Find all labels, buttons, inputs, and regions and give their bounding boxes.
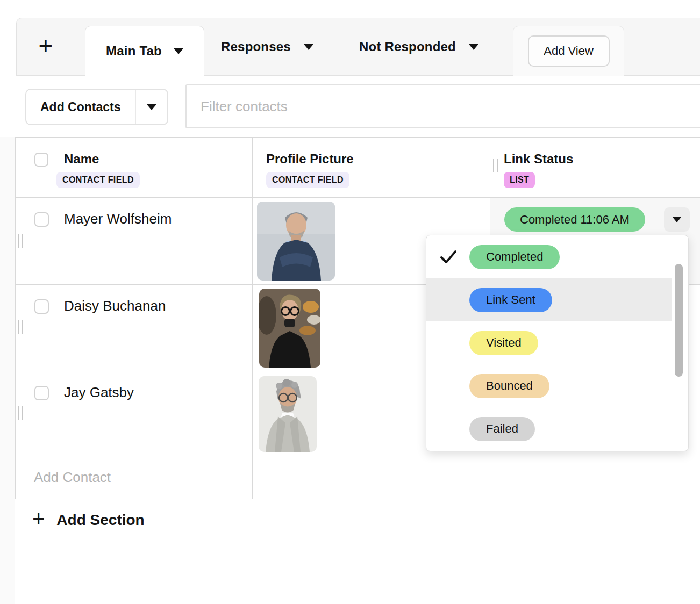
add-contacts-dropdown-button[interactable]: [136, 90, 167, 124]
status-badge: Completed: [469, 245, 560, 269]
status-option-failed[interactable]: Failed: [426, 407, 688, 450]
tab-responses-label: Responses: [221, 39, 291, 54]
contact-name[interactable]: Mayer Wolfsheim: [64, 211, 172, 227]
row-checkbox[interactable]: [34, 386, 49, 400]
add-contacts-split-button: Add Contacts: [25, 89, 168, 125]
column-header-link-status[interactable]: Link Status: [504, 152, 573, 167]
left-gutter: [0, 137, 15, 604]
add-section-button[interactable]: + Add Section: [15, 499, 700, 542]
select-all-checkbox[interactable]: [34, 153, 48, 167]
row-checkbox[interactable]: [34, 212, 49, 227]
status-option-bounced[interactable]: Bounced: [426, 364, 688, 407]
column-header-profile-picture[interactable]: Profile Picture: [266, 152, 354, 167]
add-contact-row[interactable]: Add Contact: [16, 456, 700, 499]
column-header-name[interactable]: Name: [64, 152, 99, 167]
plus-icon: +: [39, 33, 53, 58]
status-badge: Link Sent: [469, 288, 552, 312]
row-checkbox[interactable]: [34, 299, 49, 314]
add-tab-button[interactable]: +: [17, 18, 75, 75]
tab-not-responded-label: Not Responded: [359, 39, 456, 54]
status-badge: Bounced: [469, 374, 549, 398]
chevron-down-icon: [673, 217, 681, 222]
row-drag-handle-icon[interactable]: [18, 406, 23, 420]
status-badge[interactable]: Completed 11:06 AM: [504, 207, 645, 232]
chevron-down-icon[interactable]: [304, 44, 313, 50]
chevron-down-icon[interactable]: [469, 44, 478, 50]
tab-strip: + Main Tab Responses Not Responded Add V…: [16, 18, 700, 76]
status-badge: Failed: [469, 417, 535, 441]
add-view-container: Add View: [513, 26, 624, 76]
profile-photo[interactable]: [257, 202, 335, 281]
drag-handle-icon[interactable]: [493, 159, 498, 172]
check-icon: [439, 248, 458, 268]
contacts-table-page: + Main Tab Responses Not Responded Add V…: [0, 0, 700, 604]
tab-main-tab[interactable]: Main Tab: [85, 26, 204, 76]
status-dropdown-menu: Completed Link Sent Visited Bounced Fail…: [426, 235, 689, 451]
add-view-button[interactable]: Add View: [528, 35, 610, 67]
status-option-link-sent[interactable]: Link Sent: [426, 278, 672, 321]
column-type-badge: LIST: [504, 172, 535, 188]
add-contacts-button[interactable]: Add Contacts: [26, 90, 135, 124]
chevron-down-icon[interactable]: [174, 48, 183, 54]
tab-main-tab-label: Main Tab: [106, 44, 162, 59]
column-type-badge: CONTACT FIELD: [266, 172, 349, 188]
status-option-completed[interactable]: Completed: [426, 235, 688, 278]
row-drag-handle-icon[interactable]: [18, 320, 23, 334]
status-dropdown-button[interactable]: [664, 207, 690, 232]
profile-photo[interactable]: [259, 289, 320, 368]
chevron-down-icon: [147, 104, 156, 110]
table-header-row: Name CONTACT FIELD Profile Picture CONTA…: [16, 138, 700, 198]
filter-contacts-input[interactable]: [185, 84, 700, 128]
add-view-button-label: Add View: [544, 44, 594, 58]
column-type-badge: CONTACT FIELD: [56, 172, 140, 188]
status-badge: Visited: [469, 331, 538, 355]
add-contact-placeholder[interactable]: Add Contact: [34, 469, 111, 486]
add-section-label: Add Section: [56, 512, 144, 529]
status-option-visited[interactable]: Visited: [426, 321, 688, 364]
dropdown-scrollbar[interactable]: [675, 264, 683, 377]
plus-icon: +: [32, 508, 45, 529]
contact-name[interactable]: Daisy Buchanan: [64, 298, 166, 314]
row-drag-handle-icon[interactable]: [18, 234, 23, 248]
contact-name[interactable]: Jay Gatsby: [64, 384, 134, 401]
tab-not-responded[interactable]: Not Responded: [359, 18, 478, 75]
add-contacts-label: Add Contacts: [40, 100, 121, 114]
profile-photo[interactable]: [259, 376, 317, 452]
tab-responses[interactable]: Responses: [221, 18, 313, 75]
